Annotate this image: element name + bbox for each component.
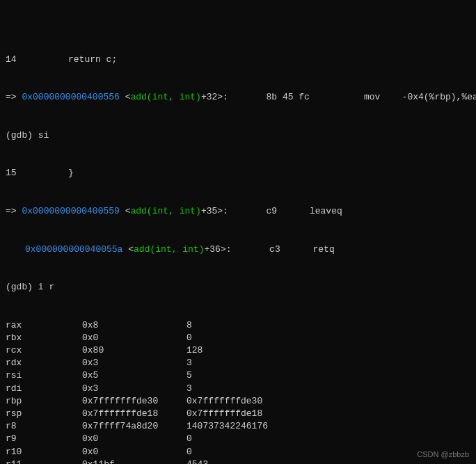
register-value: 0 — [187, 446, 192, 458]
register-row: rcx0x80128 — [6, 344, 470, 357]
register-value: 0x7fffffffde18 — [187, 408, 262, 420]
register-hex: 0x80 — [82, 344, 187, 357]
register-name: r9 — [6, 433, 82, 445]
asm-function: add(int, int) — [130, 92, 200, 102]
asm-offset: +32 — [201, 92, 217, 102]
asm-line-2b: 0x000000000040055a <add(int, int)+36>: c… — [6, 243, 470, 256]
register-value: 8 — [187, 319, 192, 332]
register-name: rbx — [6, 332, 82, 344]
asm-line-current: => 0x0000000000400556 <add(int, int)+32>… — [6, 91, 470, 104]
register-value: 0 — [187, 433, 192, 445]
register-name: r10 — [6, 446, 82, 458]
current-arrow: => — [6, 91, 17, 104]
asm-address: 0x000000000040055a — [25, 244, 122, 255]
gdb-prompt-ir[interactable]: (gdb) i r — [6, 281, 470, 294]
register-hex: 0x7ffff74a8d20 — [82, 420, 187, 433]
register-row: rax0x88 — [6, 319, 470, 332]
asm-hex: c3 — [269, 244, 280, 255]
asm-mnemonic: leaveq — [310, 206, 342, 216]
register-table: rax0x88rbx0x00rcx0x80128rdx0x33rsi0x55rd… — [6, 319, 470, 464]
register-row: r100x00 — [6, 446, 470, 458]
asm-operands: -0x4(%rbp),%eax — [402, 92, 476, 102]
line-number: 15 — [6, 167, 68, 179]
register-row: rsp0x7fffffffde180x7fffffffde18 — [6, 408, 470, 420]
register-value: 128 — [187, 344, 203, 357]
line-number: 14 — [6, 54, 68, 66]
register-name: rdx — [6, 357, 82, 369]
register-row: rdx0x33 — [6, 357, 470, 369]
asm-mnemonic: mov — [364, 92, 380, 102]
register-hex: 0x0 — [82, 332, 187, 344]
watermark: CSDN @zbbzb — [417, 449, 469, 460]
register-hex: 0x8 — [82, 319, 187, 332]
register-name: rsi — [6, 369, 82, 382]
register-hex: 0x7fffffffde30 — [82, 395, 187, 408]
register-name: r8 — [6, 420, 82, 433]
register-name: rax — [6, 319, 82, 332]
register-name: rbp — [6, 395, 82, 408]
asm-hex: 8b 45 fc — [267, 92, 310, 102]
gdb-prompt-si[interactable]: (gdb) si — [6, 129, 470, 142]
asm-function: add(int, int) — [134, 244, 204, 255]
register-row: rbp0x7fffffffde300x7fffffffde30 — [6, 395, 470, 408]
register-row: r80x7ffff74a8d20140737342246176 — [6, 420, 470, 433]
register-row: rdi0x33 — [6, 383, 470, 395]
register-hex: 0x0 — [82, 446, 187, 458]
register-value: 5 — [187, 369, 192, 382]
register-name: rsp — [6, 408, 82, 420]
register-hex: 0x0 — [82, 433, 187, 445]
register-value: 3 — [187, 383, 192, 395]
register-name: rdi — [6, 383, 82, 395]
register-value: 4543 — [187, 458, 208, 464]
register-name: r11 — [6, 458, 82, 464]
register-hex: 0x11bf — [82, 458, 187, 464]
register-value: 0 — [187, 332, 192, 344]
source-code: } — [68, 168, 74, 178]
register-row: rbx0x00 — [6, 332, 470, 344]
register-value: 140737342246176 — [187, 420, 268, 433]
register-hex: 0x5 — [82, 369, 187, 382]
asm-line-current-2a: => 0x0000000000400559 <add(int, int)+35>… — [6, 205, 470, 218]
source-code: return c; — [68, 54, 117, 65]
register-hex: 0x3 — [82, 357, 187, 369]
asm-mnemonic: retq — [313, 244, 335, 255]
source-line-15: 15} — [6, 167, 470, 179]
register-row: r90x00 — [6, 433, 470, 445]
register-value: 0x7fffffffde30 — [187, 395, 262, 408]
asm-hex: c9 — [267, 206, 278, 216]
register-name: rcx — [6, 344, 82, 357]
asm-offset: +35 — [201, 206, 217, 216]
source-line-14: 14return c; — [6, 54, 470, 66]
register-row: rsi0x55 — [6, 369, 470, 382]
asm-offset: +36 — [204, 244, 220, 255]
register-row: r110x11bf4543 — [6, 458, 470, 464]
asm-address: 0x0000000000400559 — [22, 206, 119, 216]
asm-function: add(int, int) — [130, 206, 200, 216]
register-hex: 0x3 — [82, 383, 187, 395]
asm-address: 0x0000000000400556 — [22, 92, 119, 102]
register-hex: 0x7fffffffde18 — [82, 408, 187, 420]
current-arrow: => — [6, 205, 17, 218]
register-value: 3 — [187, 357, 192, 369]
